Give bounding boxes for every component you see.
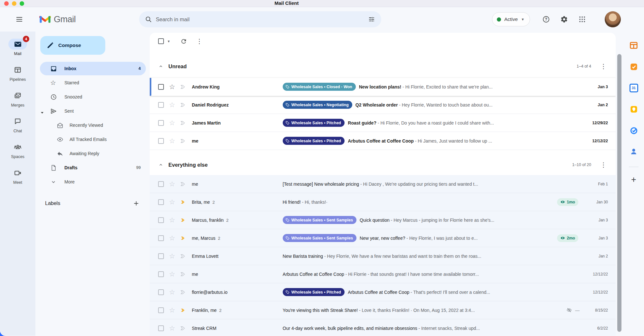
star-icon[interactable]: ☆ — [169, 119, 175, 126]
row-checkbox[interactable] — [158, 120, 164, 126]
streak-sidebar-icon[interactable] — [629, 41, 639, 50]
pipeline-badge[interactable]: Wholesale Sales • Pitched — [283, 137, 345, 145]
importance-marker-icon[interactable] — [180, 199, 186, 205]
star-icon[interactable]: ☆ — [169, 101, 175, 108]
minimize-window-button[interactable] — [12, 1, 16, 6]
star-icon[interactable]: ☆ — [169, 199, 175, 205]
more-options-button[interactable]: ⋮ — [193, 37, 206, 45]
sidebar-item-all-tracked-emails[interactable]: All Tracked Emails — [40, 133, 146, 146]
row-checkbox[interactable] — [158, 235, 164, 241]
importance-marker-icon[interactable] — [180, 289, 186, 295]
pipeline-badge[interactable]: Wholesale Sales • Negotiating — [283, 101, 352, 109]
star-icon[interactable]: ☆ — [169, 181, 175, 187]
importance-marker-icon[interactable] — [180, 235, 186, 241]
row-checkbox[interactable] — [158, 199, 164, 205]
close-window-button[interactable] — [4, 1, 9, 6]
create-label-button[interactable] — [131, 198, 141, 209]
rail-item-merges[interactable]: Merges — [8, 90, 27, 107]
pipeline-badge[interactable]: Wholesale Sales • Sent Samples — [283, 216, 356, 224]
row-checkbox[interactable] — [158, 181, 164, 187]
rail-item-pipelines[interactable]: Pipelines — [8, 64, 27, 82]
row-checkbox[interactable] — [158, 253, 164, 259]
star-icon[interactable]: ☆ — [169, 217, 175, 223]
email-row[interactable]: ☆James MartinWholesale Sales • PitchedRo… — [150, 114, 616, 132]
scrollbar[interactable] — [617, 54, 621, 332]
importance-marker-icon[interactable] — [180, 217, 186, 223]
importance-marker-icon[interactable] — [180, 120, 186, 126]
rail-item-mail[interactable]: 4 Mail — [8, 39, 27, 56]
pipeline-badge[interactable]: Wholesale Sales • Pitched — [283, 119, 345, 127]
row-checkbox[interactable] — [158, 307, 164, 313]
avatar[interactable] — [605, 11, 621, 27]
email-row[interactable]: ☆me, Marcus 2Wholesale Sales • Sent Samp… — [150, 229, 616, 247]
section-collapse-button[interactable] — [158, 64, 165, 69]
sidebar-item-sent[interactable]: Sent — [40, 104, 146, 118]
gmail-logo[interactable]: Gmail — [39, 14, 88, 24]
row-checkbox[interactable] — [158, 271, 164, 277]
star-icon[interactable]: ☆ — [169, 325, 175, 331]
check-square-icon[interactable] — [629, 62, 639, 71]
email-row[interactable]: ☆Franklin, me 2You're viewing this with … — [150, 301, 616, 319]
sidebar-item-starred[interactable]: ☆ Starred — [40, 76, 146, 89]
pipeline-badge[interactable]: Wholesale Sales • Pitched — [283, 288, 345, 296]
compose-button[interactable]: Compose — [40, 36, 105, 55]
apps-grid-button[interactable] — [574, 12, 590, 27]
tasks-icon[interactable] — [629, 126, 639, 135]
star-icon[interactable]: ☆ — [169, 83, 175, 90]
email-row[interactable]: ☆meWholesale Sales • PitchedArbutus Coff… — [150, 132, 616, 150]
email-row[interactable]: ☆Brita, me 2Hi friend! - Hi, thanks!·1mo… — [150, 193, 616, 211]
importance-marker-icon[interactable] — [180, 138, 186, 144]
search-options-button[interactable] — [365, 13, 378, 26]
contacts-icon[interactable] — [629, 147, 639, 156]
row-checkbox[interactable] — [158, 84, 164, 90]
star-icon[interactable]: ☆ — [169, 137, 175, 144]
importance-marker-icon[interactable] — [180, 84, 186, 90]
email-row[interactable]: ☆Marcus, franklin 2Wholesale Sales • Sen… — [150, 211, 616, 229]
email-row[interactable]: ☆Emma LovettNew Barista training - Hey F… — [150, 247, 616, 265]
email-row[interactable]: ☆florrie@arbutus.ioWholesale Sales • Pit… — [150, 283, 616, 301]
get-addons-button[interactable]: + — [631, 175, 636, 184]
importance-marker-icon[interactable] — [180, 271, 186, 277]
section-menu-button[interactable]: ⋮ — [597, 62, 610, 70]
tracking-badge[interactable]: 2mo — [557, 234, 578, 242]
sidebar-item-recently-viewed[interactable]: Recently Viewed — [40, 118, 146, 132]
email-row[interactable]: ☆meArbutus Coffee at Coffee Coop - Hi Fl… — [150, 265, 616, 283]
email-row[interactable]: ☆me[Test message] New wholesale pricing … — [150, 175, 616, 193]
main-menu-button[interactable] — [12, 12, 27, 27]
rail-item-meet[interactable]: Meet — [8, 167, 27, 185]
rail-item-chat[interactable]: Chat — [8, 116, 27, 133]
settings-button[interactable] — [556, 12, 572, 27]
star-icon[interactable]: ☆ — [169, 289, 175, 295]
section-menu-button[interactable]: ⋮ — [597, 161, 610, 169]
rail-item-spaces[interactable]: Spaces — [8, 142, 27, 159]
row-checkbox[interactable] — [158, 217, 164, 223]
section-collapse-button[interactable] — [158, 162, 165, 168]
help-button[interactable]: ? — [538, 12, 554, 27]
row-checkbox[interactable] — [158, 289, 164, 295]
keep-icon[interactable] — [629, 104, 639, 114]
importance-marker-icon[interactable] — [180, 253, 186, 259]
pipeline-badge[interactable]: Wholesale Sales • Closed - Won — [283, 83, 356, 91]
tracking-badge[interactable]: 1mo — [557, 198, 578, 206]
sidebar-item-more[interactable]: More — [40, 175, 146, 189]
sidebar-item-inbox[interactable]: Inbox 4 — [40, 62, 146, 75]
calendar-icon[interactable]: 31 — [629, 83, 639, 93]
collapse-caret-icon[interactable] — [41, 110, 44, 116]
importance-marker-icon[interactable] — [180, 181, 186, 187]
row-checkbox[interactable] — [158, 102, 164, 108]
sidebar-item-drafts[interactable]: Drafts 99 — [40, 161, 146, 174]
pipeline-badge[interactable]: Wholesale Sales • Sent Samples — [283, 234, 356, 242]
status-dropdown[interactable]: Active ▼ — [492, 12, 530, 26]
row-checkbox[interactable] — [158, 325, 164, 331]
select-all-checkbox[interactable] — [158, 38, 164, 44]
star-icon[interactable]: ☆ — [169, 253, 175, 259]
star-icon[interactable]: ☆ — [169, 271, 175, 277]
select-dropdown-caret-icon[interactable]: ▼ — [167, 40, 170, 43]
refresh-button[interactable] — [177, 35, 190, 48]
importance-marker-icon[interactable] — [180, 102, 186, 108]
zoom-window-button[interactable] — [20, 1, 24, 6]
sidebar-item-snoozed[interactable]: Snoozed — [40, 90, 146, 104]
email-row[interactable]: ☆Andrew KingWholesale Sales • Closed - W… — [150, 78, 616, 96]
search-bar[interactable] — [139, 11, 381, 27]
search-input[interactable] — [156, 16, 365, 23]
